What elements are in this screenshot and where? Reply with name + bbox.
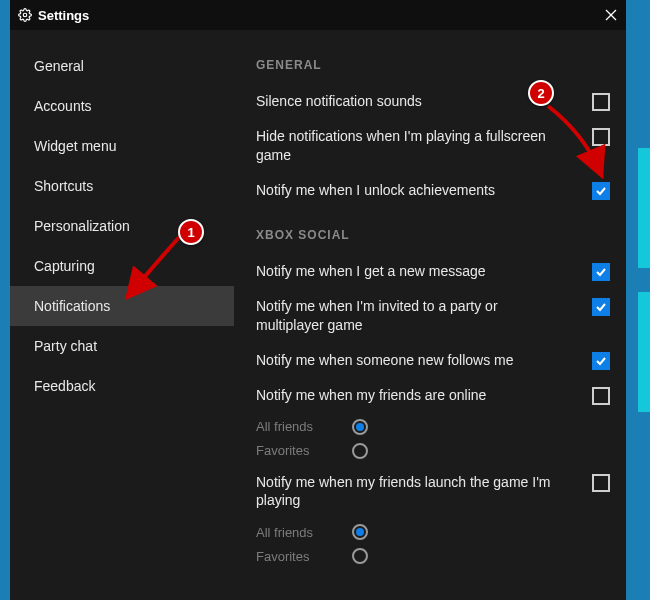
content-pane: GENERAL Silence notification sounds Hide… <box>234 30 626 600</box>
radio-label: Favorites <box>256 443 352 458</box>
radio-row: All friends <box>256 415 610 439</box>
radio-row: All friends <box>256 520 610 544</box>
radio-label: Favorites <box>256 549 352 564</box>
sidebar-item-capturing[interactable]: Capturing <box>10 246 234 286</box>
window-title: Settings <box>38 8 89 23</box>
sidebar-item-label: Capturing <box>34 258 95 274</box>
annotation-badge-2: 2 <box>528 80 554 106</box>
radio-all-friends-launch[interactable] <box>352 524 368 540</box>
svg-point-0 <box>23 13 27 17</box>
checkbox-party-invite[interactable] <box>592 298 610 316</box>
check-icon <box>595 301 607 313</box>
annotation-badge-1: 1 <box>178 219 204 245</box>
sidebar-item-label: Accounts <box>34 98 92 114</box>
setting-row: Notify me when I'm invited to a party or… <box>256 291 610 345</box>
checkbox-new-follower[interactable] <box>592 352 610 370</box>
background-accent-bands <box>628 0 650 600</box>
setting-label: Notify me when I get a new message <box>256 262 592 281</box>
setting-label: Notify me when my friends are online <box>256 386 592 405</box>
section-header-general: GENERAL <box>256 58 610 72</box>
setting-label: Hide notifications when I'm playing a fu… <box>256 127 592 165</box>
radio-all-friends-online[interactable] <box>352 419 368 435</box>
checkbox-hide-fullscreen[interactable] <box>592 128 610 146</box>
sidebar-item-label: Shortcuts <box>34 178 93 194</box>
sidebar: General Accounts Widget menu Shortcuts P… <box>10 30 234 600</box>
check-icon <box>595 355 607 367</box>
sidebar-item-label: Feedback <box>34 378 95 394</box>
setting-row: Notify me when my friends are online <box>256 380 610 415</box>
setting-row: Silence notification sounds <box>256 86 610 121</box>
setting-row: Notify me when I get a new message <box>256 256 610 291</box>
radio-row: Favorites <box>256 439 610 463</box>
setting-row: Notify me when someone new follows me <box>256 345 610 380</box>
check-icon <box>595 185 607 197</box>
close-icon <box>605 9 617 21</box>
sidebar-item-label: General <box>34 58 84 74</box>
sidebar-item-label: Party chat <box>34 338 97 354</box>
sidebar-item-widget-menu[interactable]: Widget menu <box>10 126 234 166</box>
titlebar: Settings <box>10 0 626 30</box>
setting-row: Notify me when my friends launch the gam… <box>256 463 610 521</box>
setting-row: Notify me when I unlock achievements <box>256 175 610 210</box>
sidebar-item-general[interactable]: General <box>10 46 234 86</box>
gear-icon <box>18 8 32 22</box>
sidebar-item-party-chat[interactable]: Party chat <box>10 326 234 366</box>
sidebar-item-label: Personalization <box>34 218 130 234</box>
radio-label: All friends <box>256 419 352 434</box>
setting-label: Notify me when I unlock achievements <box>256 181 592 200</box>
checkbox-achievements[interactable] <box>592 182 610 200</box>
radio-favorites-launch[interactable] <box>352 548 368 564</box>
setting-label: Notify me when my friends launch the gam… <box>256 473 592 511</box>
checkbox-new-message[interactable] <box>592 263 610 281</box>
checkbox-friends-online[interactable] <box>592 387 610 405</box>
section-header-xbox-social: XBOX SOCIAL <box>256 228 610 242</box>
close-button[interactable] <box>596 0 626 30</box>
sidebar-item-feedback[interactable]: Feedback <box>10 366 234 406</box>
sidebar-item-shortcuts[interactable]: Shortcuts <box>10 166 234 206</box>
checkbox-silence-sounds[interactable] <box>592 93 610 111</box>
sidebar-item-label: Notifications <box>34 298 110 314</box>
radio-row: Favorites <box>256 544 610 568</box>
sidebar-item-notifications[interactable]: Notifications <box>10 286 234 326</box>
sidebar-item-label: Widget menu <box>34 138 116 154</box>
radio-favorites-online[interactable] <box>352 443 368 459</box>
setting-label: Notify me when I'm invited to a party or… <box>256 297 592 335</box>
check-icon <box>595 266 607 278</box>
sidebar-item-accounts[interactable]: Accounts <box>10 86 234 126</box>
setting-row: Hide notifications when I'm playing a fu… <box>256 121 610 175</box>
checkbox-friends-launch[interactable] <box>592 474 610 492</box>
setting-label: Notify me when someone new follows me <box>256 351 592 370</box>
radio-label: All friends <box>256 525 352 540</box>
